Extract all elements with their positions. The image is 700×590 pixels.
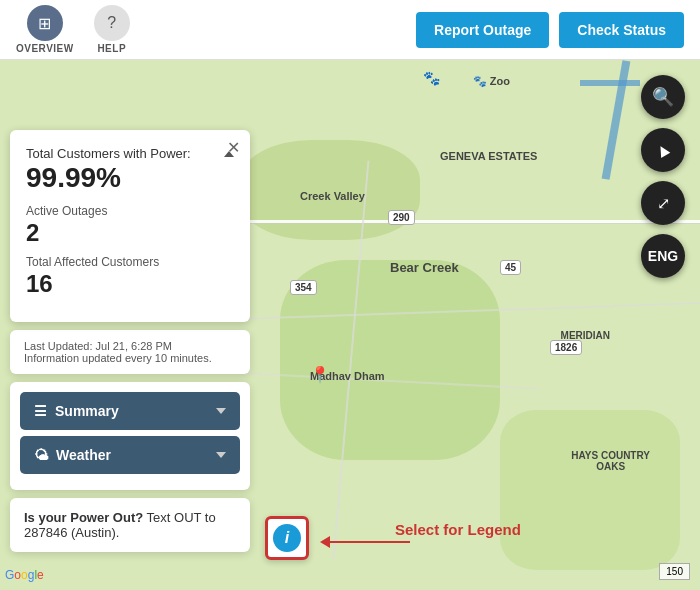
overview-nav[interactable]: ⊞ OVERVIEW <box>16 5 74 54</box>
weather-icon: 🌤 <box>34 447 48 463</box>
nav-buttons: Report Outage Check Status <box>416 12 684 48</box>
language-button[interactable]: ENG <box>641 234 685 278</box>
weather-label: Weather <box>56 447 111 463</box>
affected-customers-label: Total Affected Customers <box>26 255 234 269</box>
side-panel: ✕ Total Customers with Power: 99.99% Act… <box>10 130 250 560</box>
legend-button[interactable]: i <box>265 516 309 560</box>
language-label: ENG <box>648 248 678 264</box>
map-area[interactable]: 290 354 45 1826 GENEVA ESTATES Bear Cree… <box>0 60 700 590</box>
total-customers-value: 99.99% <box>26 163 234 194</box>
summary-chevron-icon <box>216 408 226 414</box>
arrow-line <box>330 541 410 543</box>
action-buttons-card: ☰ Summary 🌤 Weather <box>10 382 250 490</box>
top-navigation: ⊞ OVERVIEW ? HELP Report Outage Check St… <box>0 0 700 60</box>
last-updated-text: Last Updated: Jul 21, 6:28 PM <box>24 340 236 352</box>
summary-label: Summary <box>55 403 119 419</box>
search-map-button[interactable]: 🔍 <box>641 75 685 119</box>
expand-icon: ⤢ <box>657 194 670 213</box>
navigate-icon: ▲ <box>650 136 676 163</box>
map-label-zoo: 🐾 Zoo <box>473 75 510 88</box>
active-outages-label: Active Outages <box>26 204 234 218</box>
update-freq-text: Information updated every 10 minutes. <box>24 352 236 364</box>
affected-customers-value: 16 <box>26 270 234 298</box>
help-nav[interactable]: ? HELP <box>94 5 130 54</box>
update-card: Last Updated: Jul 21, 6:28 PM Informatio… <box>10 330 250 374</box>
legend-label: Select for Legend <box>395 521 521 538</box>
weather-button[interactable]: 🌤 Weather <box>20 436 240 474</box>
stats-card: ✕ Total Customers with Power: 99.99% Act… <box>10 130 250 322</box>
help-icon: ? <box>94 5 130 41</box>
map-label-geneva: GENEVA ESTATES <box>440 150 537 162</box>
check-status-button[interactable]: Check Status <box>559 12 684 48</box>
info-icon: i <box>273 524 301 552</box>
map-label-hays: HAYS COUNTRYOAKS <box>571 450 650 472</box>
active-outages-value: 2 <box>26 219 234 247</box>
search-map-icon: 🔍 <box>652 86 674 108</box>
weather-chevron-icon <box>216 452 226 458</box>
map-label-bear-creek: Bear Creek <box>390 260 459 275</box>
summary-button[interactable]: ☰ Summary <box>20 392 240 430</box>
summary-icon: ☰ <box>34 403 47 419</box>
navigate-button[interactable]: ▲ <box>641 128 685 172</box>
arrow-head-icon <box>320 536 330 548</box>
overview-icon: ⊞ <box>27 5 63 41</box>
map-label-creek-valley: Creek Valley <box>300 190 365 202</box>
overview-label: OVERVIEW <box>16 43 74 54</box>
help-label: HELP <box>97 43 126 54</box>
power-out-text: Is your Power Out? Text OUT to 287846 (A… <box>24 510 236 540</box>
total-customers-label: Total Customers with Power: <box>26 146 234 161</box>
google-logo: Google <box>5 568 44 582</box>
power-out-card: Is your Power Out? Text OUT to 287846 (A… <box>10 498 250 552</box>
report-outage-button[interactable]: Report Outage <box>416 12 549 48</box>
map-scale: 150 <box>659 563 690 580</box>
close-panel-button[interactable]: ✕ <box>227 138 240 157</box>
expand-button[interactable]: ⤢ <box>641 181 685 225</box>
